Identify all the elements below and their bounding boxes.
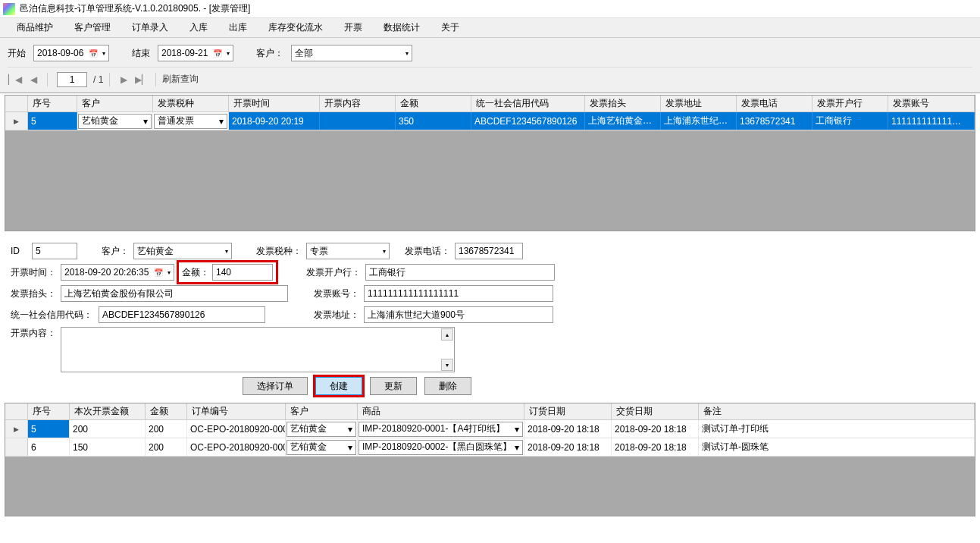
code-field[interactable]: ABCDEF1234567890126 <box>99 306 265 323</box>
menu-inventory[interactable]: 库存变化流水 <box>258 18 333 37</box>
menu-order-entry[interactable]: 订单录入 <box>121 18 179 37</box>
order-grid[interactable]: 序号 本次开票金额 金额 订单编号 客户 商品 订货日期 交货日期 备注 ▶ 5… <box>5 403 975 516</box>
col-code[interactable]: 统一社会信用代码 <box>471 96 585 111</box>
content-label: 开票内容： <box>11 327 56 340</box>
row-selector-icon[interactable]: ▶ <box>5 420 28 438</box>
row-prod-combo[interactable]: IMP-20180920-0001-【A4打印纸】▾ <box>358 420 524 438</box>
acct-field[interactable]: 111111111111111111 <box>364 285 553 302</box>
row-selector[interactable] <box>5 438 28 456</box>
chevron-down-icon: ▾ <box>348 424 352 435</box>
addr-field[interactable]: 上海浦东世纪大道900号 <box>364 306 553 323</box>
start-label: 开始 <box>8 47 26 60</box>
id-field[interactable]: 5 <box>32 243 77 259</box>
menu-stats[interactable]: 数据统计 <box>373 18 431 37</box>
grid-header: 序号 客户 发票税种 开票时间 开票内容 金额 统一社会信用代码 发票抬头 发票… <box>5 96 975 112</box>
col-order[interactable]: 订单编号 <box>187 403 286 419</box>
table-row[interactable]: 6 150 200 OC-EPO-20180920-0002 艺铂黄金▾ IMP… <box>5 438 975 457</box>
col-amt[interactable]: 金额 <box>146 403 187 419</box>
amount-highlight: 金额： 140 <box>179 262 276 282</box>
bank-label: 发票开户行： <box>306 266 361 279</box>
chevron-down-icon: ▾ <box>227 50 230 57</box>
amount-field[interactable]: 140 <box>212 264 273 281</box>
pager-last[interactable]: ▶▏ <box>134 72 149 87</box>
row-selector-icon[interactable]: ▶ <box>5 112 28 130</box>
chevron-down-icon: ▾ <box>143 116 148 127</box>
col-addr[interactable]: 发票地址 <box>661 96 737 111</box>
content-textarea[interactable]: ▴ ▾ <box>61 327 455 372</box>
col-title[interactable]: 发票抬头 <box>585 96 661 111</box>
addr-label: 发票地址： <box>314 309 359 322</box>
chevron-down-icon: ▾ <box>225 248 228 255</box>
col-invoice-amt[interactable]: 本次开票金额 <box>70 403 146 419</box>
col-time[interactable]: 开票时间 <box>229 96 320 111</box>
menu-about[interactable]: 关于 <box>431 18 470 37</box>
select-order-button[interactable]: 选择订单 <box>243 377 308 395</box>
delete-button[interactable]: 删除 <box>424 377 471 395</box>
button-row: 选择订单 创建 更新 删除 <box>0 377 980 401</box>
row-tax-combo[interactable]: 普通发票▾ <box>153 112 229 130</box>
start-date-value: 2018-09-06 <box>37 48 83 58</box>
end-date-input[interactable]: 2018-09-21 📅▾ <box>158 45 233 61</box>
menu-invoice[interactable]: 开票 <box>333 18 373 37</box>
chevron-down-icon: ▾ <box>168 269 171 276</box>
col-customer[interactable]: 客户 <box>77 96 153 111</box>
row-prod-combo[interactable]: IMP-20180920-0002-【黑白圆珠笔】▾ <box>358 438 524 456</box>
filter-row: 开始 2018-09-06 📅▾ 结束 2018-09-21 📅▾ 客户： 全部… <box>8 42 972 64</box>
col-seq[interactable]: 序号 <box>28 96 77 111</box>
pager-prev[interactable]: ◀ <box>26 72 41 87</box>
start-date-input[interactable]: 2018-09-06 📅▾ <box>33 45 109 61</box>
scroll-down-icon[interactable]: ▾ <box>441 359 453 371</box>
table-row[interactable]: ▶ 5 200 200 OC-EPO-20180920-0001 艺铂黄金▾ I… <box>5 420 975 438</box>
phone-label: 发票电话： <box>405 245 450 258</box>
page-number-input[interactable]: 1 <box>57 72 87 87</box>
col-acct[interactable]: 发票账号 <box>888 96 975 111</box>
chevron-down-icon: ▾ <box>515 442 519 453</box>
col-bank[interactable]: 发票开户行 <box>812 96 888 111</box>
calendar-icon: 📅 <box>154 268 163 277</box>
row-cust-combo[interactable]: 艺铂黄金▾ <box>286 420 358 438</box>
col-order-date[interactable]: 订货日期 <box>524 403 612 419</box>
tax-combo[interactable]: 专票▾ <box>306 243 390 259</box>
menu-product[interactable]: 商品维护 <box>6 18 64 37</box>
chevron-down-icon: ▾ <box>102 50 105 57</box>
calendar-icon: 📅 <box>89 49 98 58</box>
chevron-down-icon: ▾ <box>348 442 352 453</box>
customer-label: 客户： <box>102 245 129 258</box>
chevron-down-icon: ▾ <box>515 424 519 435</box>
col-deliv-date[interactable]: 交货日期 <box>612 403 699 419</box>
col-content[interactable]: 开票内容 <box>320 96 396 111</box>
time-field[interactable]: 2018-09-20 20:26:35 📅▾ <box>61 264 174 281</box>
col-phone[interactable]: 发票电话 <box>737 96 812 111</box>
col-note[interactable]: 备注 <box>699 403 975 419</box>
menu-customer[interactable]: 客户管理 <box>64 18 121 37</box>
update-button[interactable]: 更新 <box>370 377 417 395</box>
phone-field[interactable]: 13678572341 <box>455 243 523 259</box>
pager: ▏◀ ◀ 1 / 1 ▶ ▶▏ 刷新查询 <box>8 67 972 89</box>
refresh-query-link[interactable]: 刷新查询 <box>162 73 199 86</box>
code-label: 统一社会信用代码： <box>11 309 94 322</box>
title-field[interactable]: 上海艺铂黄金股份有限公司 <box>61 285 288 302</box>
time-label: 开票时间： <box>11 266 56 279</box>
col-seq[interactable]: 序号 <box>28 403 70 419</box>
tax-label: 发票税种： <box>256 245 302 258</box>
bank-field[interactable]: 工商银行 <box>365 264 555 281</box>
row-customer-combo[interactable]: 艺铂黄金▾ <box>77 112 153 130</box>
calendar-icon: 📅 <box>213 49 222 58</box>
invoice-form: ID 5 客户： 艺铂黄金▾ 发票税种： 专票▾ 发票电话： 136785723… <box>0 233 980 377</box>
col-cust[interactable]: 客户 <box>286 403 358 419</box>
title-label: 发票抬头： <box>11 287 56 300</box>
pager-next[interactable]: ▶ <box>116 72 131 87</box>
invoice-grid[interactable]: 序号 客户 发票税种 开票时间 开票内容 金额 统一社会信用代码 发票抬头 发票… <box>5 95 975 231</box>
menu-inbound[interactable]: 入库 <box>179 18 218 37</box>
scroll-up-icon[interactable]: ▴ <box>441 328 453 341</box>
col-tax[interactable]: 发票税种 <box>153 96 229 111</box>
customer-filter-combo[interactable]: 全部 ▾ <box>291 45 412 61</box>
customer-combo[interactable]: 艺铂黄金▾ <box>133 243 232 259</box>
menu-outbound[interactable]: 出库 <box>218 18 258 37</box>
pager-first[interactable]: ▏◀ <box>8 72 23 87</box>
col-amount[interactable]: 金额 <box>396 96 471 111</box>
row-cust-combo[interactable]: 艺铂黄金▾ <box>286 438 358 456</box>
table-row[interactable]: ▶ 5 艺铂黄金▾ 普通发票▾ 2018-09-20 20:19 350 ABC… <box>5 112 975 130</box>
col-prod[interactable]: 商品 <box>358 403 524 419</box>
create-button[interactable]: 创建 <box>315 377 362 395</box>
